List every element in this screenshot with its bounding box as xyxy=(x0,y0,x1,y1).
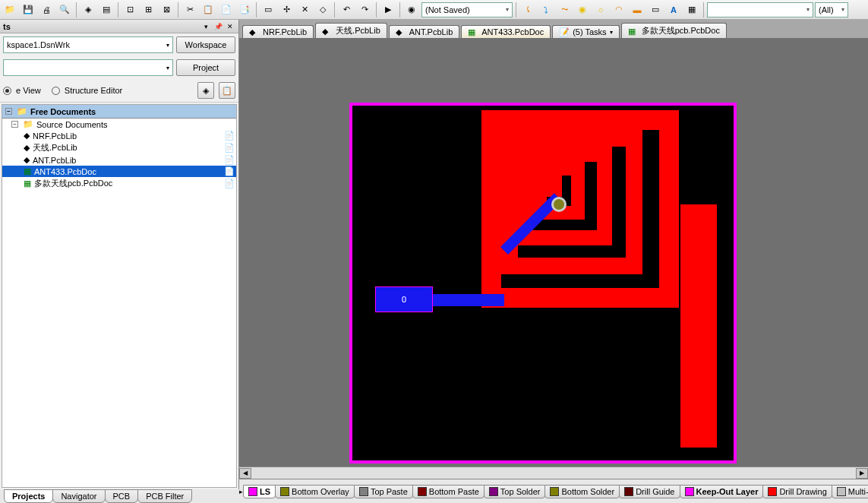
project-tree: − 📁 Free Documents − 📁 Source Documents … xyxy=(2,104,237,488)
fill-icon[interactable]: ▬ xyxy=(629,2,645,18)
collapse-icon[interactable]: − xyxy=(5,108,12,115)
zoom-fit-icon[interactable]: ⊞ xyxy=(140,2,156,18)
project-input[interactable] xyxy=(3,59,173,76)
clear-icon[interactable]: ◇ xyxy=(314,2,331,18)
document-tab[interactable]: ◆ANT.PcbLib xyxy=(389,25,459,38)
main-toolbar: 📁 💾 🖨 🔍 ◈ ▤ ⊡ ⊞ ⊠ ✂ 📋 📄 📑 ▭ ✢ ✕ ◇ ↶ ↷ ▶ … xyxy=(0,0,868,20)
tree-item[interactable]: ◆NRF.PcbLib📄 xyxy=(2,130,236,141)
layers-icon[interactable]: ◈ xyxy=(80,2,96,18)
h-scrollbar[interactable]: ◀ ▶ xyxy=(239,467,868,479)
layer-tab[interactable]: Top Solder xyxy=(484,485,546,498)
arc-icon[interactable]: ◠ xyxy=(611,2,627,18)
copy-icon[interactable]: 📋 xyxy=(200,2,216,18)
panel-header: ts ▾ 📌 ✕ xyxy=(0,20,238,33)
collapse-icon[interactable]: − xyxy=(11,121,18,128)
layer-tab[interactable]: Bottom Overlay xyxy=(275,485,355,498)
zoom-sel-icon[interactable]: ⊠ xyxy=(158,2,175,18)
projects-panel: ts ▾ 📌 ✕ kspace1.DsnWrk Workspace Projec… xyxy=(0,20,239,489)
saved-combo[interactable]: (Not Saved) xyxy=(421,2,513,17)
move-icon[interactable]: ✢ xyxy=(278,2,295,18)
filter-text: (All) xyxy=(819,5,834,14)
document-tab[interactable]: ▦ANT433.PcbDoc xyxy=(461,25,551,38)
scroll-left-icon[interactable]: ◀ xyxy=(239,468,251,479)
workspace-value: kspace1.DsnWrk xyxy=(7,40,70,49)
redo-icon[interactable]: ↷ xyxy=(356,2,373,18)
preview-icon[interactable]: 🔍 xyxy=(56,2,73,18)
pcb-canvas[interactable]: 0 xyxy=(239,38,868,467)
via-hole xyxy=(551,197,567,212)
document-tab[interactable]: ◆天线.PcbLib xyxy=(315,23,387,38)
document-tabs: ◆NRF.PcbLib◆天线.PcbLib◆ANT.PcbLib▦ANT433.… xyxy=(239,20,868,38)
layer-tab[interactable]: Top Paste xyxy=(354,485,413,498)
tree-item[interactable]: ◆ANT.PcbLib📄 xyxy=(2,154,236,166)
main-area: ◆NRF.PcbLib◆天线.PcbLib◆ANT.PcbLib▦ANT433.… xyxy=(239,20,868,479)
via-icon[interactable]: ◉ xyxy=(574,2,591,18)
close-icon[interactable]: ✕ xyxy=(225,21,235,32)
save-icon[interactable]: 💾 xyxy=(20,2,36,18)
region-icon[interactable]: ▭ xyxy=(647,2,664,18)
panel-tab[interactable]: PCB Filter xyxy=(137,489,192,503)
panel-tab[interactable]: Projects xyxy=(4,489,53,503)
options-icon[interactable]: 📋 xyxy=(219,82,235,99)
dropdown-icon[interactable]: ▾ xyxy=(200,21,211,32)
open-icon[interactable]: 📁 xyxy=(2,2,18,18)
document-tab[interactable]: ▦多款天线pcb.PcbDoc xyxy=(621,23,727,38)
saved-combo-text: (Not Saved) xyxy=(425,5,470,14)
file-view-label: e View xyxy=(16,86,41,95)
tree-item[interactable]: ◆天线.PcbLib📄 xyxy=(2,141,236,154)
filter-combo[interactable]: (All) xyxy=(815,2,848,17)
layer-tab[interactable]: Multi-Lay xyxy=(832,485,868,498)
route2-icon[interactable]: ⤵ xyxy=(538,2,554,18)
layer-tab[interactable]: Bottom Paste xyxy=(412,485,485,498)
route3-icon[interactable]: ⤳ xyxy=(556,2,573,18)
layer-tab[interactable]: LS xyxy=(243,485,276,498)
document-tab[interactable]: ◆NRF.PcbLib xyxy=(242,25,314,38)
workspace-combo[interactable]: kspace1.DsnWrk xyxy=(3,36,173,53)
browse-icon[interactable]: ◉ xyxy=(403,2,420,18)
pcb-board: 0 xyxy=(349,103,737,463)
panel-tab[interactable]: Navigator xyxy=(52,489,105,503)
structure-label: Structure Editor xyxy=(65,86,122,95)
pad-icon[interactable]: ○ xyxy=(592,2,609,18)
undo-icon[interactable]: ↶ xyxy=(338,2,355,18)
project-button[interactable]: Project xyxy=(176,59,235,76)
paste-icon[interactable]: 📄 xyxy=(218,2,235,18)
zoom-area-icon[interactable]: ⊡ xyxy=(122,2,138,18)
stack-icon[interactable]: ▤ xyxy=(98,2,115,18)
workspace-button[interactable]: Workspace xyxy=(176,36,235,53)
paste2-icon[interactable]: 📑 xyxy=(236,2,253,18)
pin-icon[interactable]: 📌 xyxy=(213,21,223,32)
route-icon[interactable]: ⤹ xyxy=(519,2,536,18)
panel-tab[interactable]: PCB xyxy=(105,489,139,503)
pad-0: 0 xyxy=(375,286,433,312)
tree-item[interactable]: ▦多款天线pcb.PcbDoc📄 xyxy=(2,177,236,190)
deselect-icon[interactable]: ✕ xyxy=(296,2,313,18)
file-view-radio[interactable] xyxy=(3,87,11,95)
layer-tab[interactable]: Keep-Out Layer xyxy=(680,485,764,498)
layer-tabs: ▸LSBottom OverlayTop PasteBottom PasteTo… xyxy=(239,479,868,503)
structure-radio[interactable] xyxy=(52,87,60,95)
panel-tabs: ProjectsNavigatorPCBPCB Filter xyxy=(4,489,191,503)
tree-root[interactable]: − 📁 Free Documents xyxy=(2,105,236,119)
layer-tab[interactable]: Drill Drawing xyxy=(762,485,832,498)
cut-icon[interactable]: ✂ xyxy=(181,2,198,18)
select-rect-icon[interactable]: ▭ xyxy=(260,2,276,18)
run-icon[interactable]: ▶ xyxy=(380,2,396,18)
tree-item[interactable]: ▦ANT433.PcbDoc📄 xyxy=(2,166,236,177)
panel-title: ts xyxy=(3,22,199,31)
compile-icon[interactable]: ◈ xyxy=(197,82,214,99)
layer-tab[interactable]: Drill Guide xyxy=(619,485,680,498)
net-combo[interactable] xyxy=(707,2,813,17)
comp-icon[interactable]: ▦ xyxy=(683,2,700,18)
layer-tab[interactable]: Bottom Solder xyxy=(544,485,620,498)
tree-source-docs[interactable]: − 📁 Source Documents xyxy=(2,119,236,130)
view-mode-row: e View Structure Editor ◈ 📋 xyxy=(0,79,238,103)
document-tab[interactable]: 📝(5) Tasks ▾ xyxy=(552,25,619,38)
scroll-right-icon[interactable]: ▶ xyxy=(856,468,868,479)
print-icon[interactable]: 🖨 xyxy=(38,2,55,18)
text-icon[interactable]: A xyxy=(665,2,682,18)
